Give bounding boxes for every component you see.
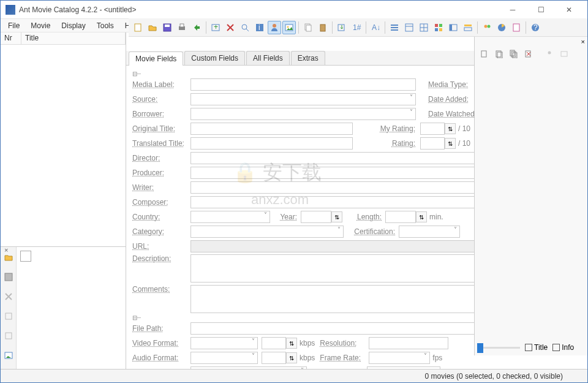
print-icon[interactable] — [175, 21, 189, 34]
renumber-icon[interactable]: 1# — [350, 21, 363, 34]
close-button[interactable]: ✕ — [556, 1, 582, 18]
col-nr[interactable]: Nr — [1, 32, 21, 44]
lbl-certification: Certification: — [344, 227, 399, 236]
category-select[interactable] — [190, 226, 344, 238]
export-icon[interactable] — [190, 21, 203, 34]
files-sizes-input[interactable] — [367, 366, 440, 369]
collapse-icon-2[interactable]: ⊟┄ — [132, 314, 141, 321]
my-rating-input[interactable] — [420, 123, 445, 135]
col-title[interactable]: Title — [21, 32, 126, 44]
thumb-open-icon[interactable] — [2, 251, 15, 264]
lbl-languages: Languages: — [132, 368, 190, 369]
main-toolbar: + i 1# A↓ ? — [129, 18, 587, 37]
side-person-icon[interactable] — [543, 48, 556, 60]
media-label-input[interactable] — [190, 78, 416, 91]
side-copy3-icon[interactable] — [508, 48, 520, 60]
lbl-writer: Writer: — [132, 183, 190, 192]
writer-input[interactable] — [190, 181, 477, 194]
import-icon[interactable] — [335, 21, 349, 34]
year-stepper[interactable]: ⇅ — [331, 211, 342, 222]
side-close-icon[interactable]: × — [581, 38, 585, 45]
svg-rect-4 — [180, 24, 184, 27]
menu-file[interactable]: File — [3, 20, 24, 31]
svg-rect-20 — [391, 25, 398, 26]
audio-bitrate-input[interactable] — [262, 352, 286, 364]
menu-display[interactable]: Display — [56, 20, 90, 31]
resolution-input[interactable] — [369, 337, 448, 349]
chk-title[interactable]: Title — [525, 343, 548, 352]
country-select[interactable] — [190, 211, 270, 223]
year-input[interactable] — [301, 211, 331, 223]
tab-custom-fields[interactable]: Custom Fields — [184, 51, 245, 65]
side-delete-icon[interactable] — [522, 48, 535, 60]
thumb-delete-icon[interactable] — [2, 290, 15, 303]
svg-rect-2 — [165, 25, 170, 27]
video-bitrate-input[interactable] — [262, 337, 286, 349]
side-copy2-icon[interactable] — [493, 48, 505, 60]
maximize-button[interactable]: ☐ — [527, 1, 554, 18]
svg-rect-28 — [435, 24, 438, 27]
rating-stepper[interactable]: ⇅ — [445, 138, 456, 149]
view-grid-icon[interactable] — [417, 21, 431, 34]
rating-input[interactable] — [420, 137, 445, 150]
view-form-icon[interactable] — [402, 21, 416, 34]
thumb-copy-icon[interactable] — [2, 309, 15, 323]
thumbnail-area[interactable] — [17, 247, 126, 369]
borrower-select[interactable] — [190, 108, 416, 120]
chk-info[interactable]: Info — [552, 343, 574, 352]
tab-movie-fields[interactable]: Movie Fields — [129, 51, 183, 66]
length-input[interactable] — [385, 211, 416, 223]
source-select[interactable] — [190, 93, 416, 105]
director-input[interactable] — [190, 152, 477, 164]
paste-icon[interactable] — [316, 21, 330, 34]
audio-format-select[interactable] — [190, 352, 258, 364]
menu-movie[interactable]: Movie — [26, 20, 55, 31]
side-copy-icon[interactable] — [478, 48, 491, 60]
tab-all-fields[interactable]: All Fields — [246, 51, 290, 65]
add-icon[interactable]: + — [209, 21, 222, 34]
help-icon[interactable]: ? — [529, 21, 542, 34]
side-picture2-icon[interactable] — [558, 48, 570, 60]
open-icon[interactable] — [146, 21, 159, 34]
thumb-picture-icon[interactable] — [2, 349, 15, 362]
person-icon[interactable] — [268, 21, 281, 34]
translated-title-input[interactable] — [190, 137, 353, 150]
svg-rect-52 — [526, 51, 530, 57]
lbl-category: Category: — [132, 227, 190, 236]
producer-input[interactable] — [190, 167, 477, 179]
collapse-icon[interactable]: ⊟┄ — [132, 70, 141, 77]
composer-input[interactable] — [190, 196, 477, 208]
sort-icon[interactable]: A↓ — [369, 21, 382, 34]
search-icon[interactable] — [238, 21, 252, 34]
thumb-paste-icon[interactable] — [2, 329, 15, 343]
copy-icon[interactable] — [301, 21, 315, 34]
lbl-files-sizes: Files Sizes: — [318, 368, 367, 369]
info-icon[interactable]: i — [253, 21, 266, 34]
languages-select[interactable] — [190, 366, 307, 369]
new-icon[interactable] — [131, 21, 145, 34]
original-title-input[interactable] — [190, 123, 353, 135]
video-format-select[interactable] — [190, 337, 258, 349]
minimize-button[interactable]: ─ — [499, 1, 526, 18]
script-icon[interactable] — [510, 21, 523, 34]
my-rating-stepper[interactable]: ⇅ — [445, 123, 456, 134]
stats-icon[interactable] — [495, 21, 508, 34]
view-list-icon[interactable] — [388, 21, 401, 34]
zoom-slider[interactable] — [477, 342, 520, 353]
view-thumbs-icon[interactable] — [432, 21, 445, 34]
lbl-url: URL: — [132, 242, 190, 251]
movie-list[interactable] — [1, 45, 126, 246]
view-cards-icon[interactable] — [447, 21, 460, 34]
menu-tools[interactable]: Tools — [92, 20, 119, 31]
picture-icon[interactable] — [282, 21, 296, 34]
save-icon[interactable] — [160, 21, 174, 34]
frame-rate-select[interactable] — [369, 352, 430, 364]
users-icon[interactable] — [480, 21, 494, 34]
thumb-save-icon[interactable] — [2, 270, 15, 284]
group-icon[interactable] — [461, 21, 475, 34]
svg-rect-0 — [135, 24, 141, 31]
certification-select[interactable] — [399, 226, 460, 238]
length-stepper[interactable]: ⇅ — [416, 211, 427, 222]
delete-icon[interactable] — [224, 21, 237, 34]
tab-extras[interactable]: Extras — [291, 51, 325, 65]
